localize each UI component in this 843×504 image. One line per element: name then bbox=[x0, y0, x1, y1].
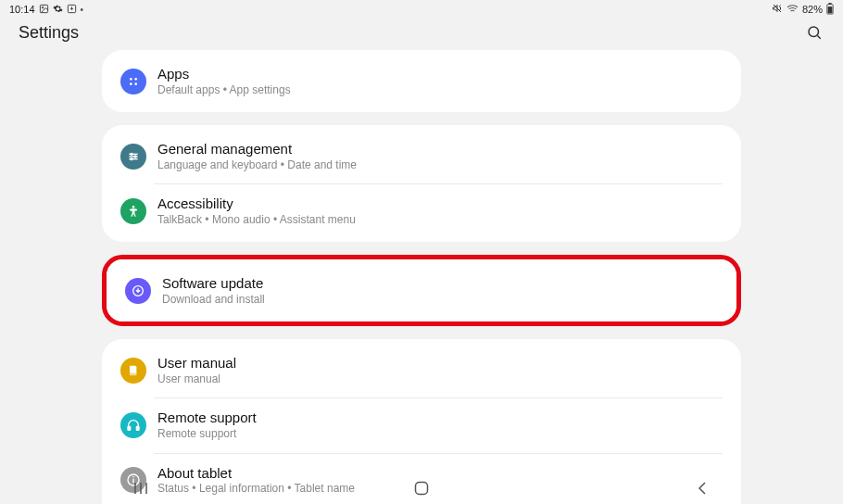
settings-group: Apps Default apps • App settings bbox=[102, 50, 741, 112]
svg-point-1 bbox=[42, 6, 44, 8]
svg-point-18 bbox=[131, 158, 132, 159]
svg-point-16 bbox=[131, 153, 132, 155]
settings-list: Apps Default apps • App settings General… bbox=[0, 50, 843, 504]
item-sub: Download and install bbox=[162, 293, 265, 308]
sliders-icon bbox=[120, 144, 146, 170]
search-button[interactable] bbox=[804, 22, 824, 43]
search-icon bbox=[806, 24, 823, 41]
settings-item-software-update[interactable]: Software update Download and install bbox=[107, 263, 736, 318]
settings-item-user-manual[interactable]: User manual User manual bbox=[102, 343, 741, 397]
apps-icon bbox=[120, 69, 146, 94]
download-icon bbox=[67, 4, 77, 16]
page-title: Settings bbox=[19, 23, 79, 43]
svg-line-8 bbox=[817, 35, 820, 38]
item-title: General management bbox=[157, 140, 357, 158]
svg-rect-5 bbox=[828, 3, 831, 5]
home-icon bbox=[414, 481, 429, 496]
settings-item-remote-support[interactable]: Remote support Remote support bbox=[102, 397, 741, 452]
wifi-icon bbox=[786, 3, 799, 17]
settings-item-apps[interactable]: Apps Default apps • App settings bbox=[102, 54, 741, 108]
svg-point-12 bbox=[134, 82, 137, 85]
item-sub: Default apps • App settings bbox=[157, 83, 291, 98]
item-sub: Remote support bbox=[157, 427, 257, 442]
recents-icon bbox=[132, 482, 149, 495]
header: Settings bbox=[0, 17, 843, 50]
gallery-icon bbox=[39, 4, 49, 16]
mute-icon bbox=[772, 3, 783, 16]
recents-button[interactable] bbox=[122, 479, 159, 498]
svg-rect-29 bbox=[415, 483, 427, 495]
battery-text: 82% bbox=[802, 4, 823, 15]
status-right: 82% bbox=[772, 3, 834, 17]
settings-item-general-management[interactable]: General management Language and keyboard… bbox=[102, 129, 741, 183]
svg-point-7 bbox=[809, 27, 819, 37]
item-title: Remote support bbox=[157, 409, 257, 427]
status-bar: 10:14 • 82% bbox=[0, 0, 843, 17]
item-sub: User manual bbox=[157, 372, 236, 387]
headset-icon bbox=[120, 412, 146, 438]
item-title: Accessibility bbox=[157, 195, 356, 213]
gear-icon bbox=[53, 4, 63, 16]
item-sub: TalkBack • Mono audio • Assistant menu bbox=[157, 213, 356, 228]
book-icon bbox=[120, 358, 146, 384]
svg-rect-6 bbox=[828, 6, 833, 13]
highlighted-item: Software update Download and install bbox=[102, 255, 741, 326]
download-circle-icon bbox=[125, 278, 151, 304]
settings-group: General management Language and keyboard… bbox=[102, 125, 741, 242]
navigation-bar bbox=[0, 472, 843, 504]
back-icon bbox=[697, 482, 708, 495]
settings-group: Software update Download and install bbox=[107, 259, 736, 321]
settings-item-accessibility[interactable]: Accessibility TalkBack • Mono audio • As… bbox=[102, 183, 741, 238]
item-title: User manual bbox=[157, 354, 236, 372]
item-title: Apps bbox=[157, 65, 291, 83]
accessibility-icon bbox=[120, 198, 146, 224]
battery-icon bbox=[826, 3, 834, 17]
svg-point-19 bbox=[132, 206, 135, 208]
back-button[interactable] bbox=[684, 479, 721, 498]
svg-point-9 bbox=[130, 78, 132, 81]
home-button[interactable] bbox=[403, 479, 440, 498]
item-title: Software update bbox=[162, 274, 265, 293]
item-sub: Language and keyboard • Date and time bbox=[157, 158, 357, 173]
svg-point-10 bbox=[134, 78, 137, 81]
svg-rect-22 bbox=[136, 426, 139, 430]
status-time: 10:14 bbox=[9, 4, 35, 15]
svg-rect-21 bbox=[128, 426, 131, 430]
dot-icon: • bbox=[81, 5, 84, 15]
svg-point-11 bbox=[130, 82, 132, 85]
status-left: 10:14 • bbox=[9, 4, 83, 16]
svg-point-17 bbox=[134, 156, 136, 158]
